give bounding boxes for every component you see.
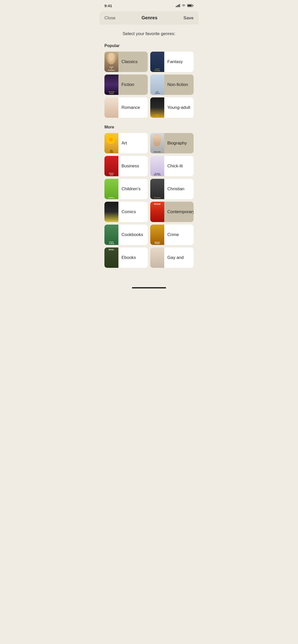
book-cover-chicklit: [150, 156, 164, 176]
genre-card-childrens[interactable]: Children's: [104, 179, 148, 199]
wifi-icon: [182, 4, 186, 7]
genre-card-fiction[interactable]: Fiction: [104, 75, 148, 95]
svg-rect-5: [193, 5, 194, 6]
main-content: Select your favorite genres: Popular Cla…: [99, 25, 199, 285]
save-button[interactable]: Save: [183, 16, 194, 21]
home-bar: [132, 287, 166, 288]
genre-label-christian: Christian: [164, 186, 194, 192]
genre-label-crime: Crime: [164, 232, 194, 237]
genre-card-youngadult[interactable]: Young-adult: [150, 97, 194, 118]
genre-card-nonfiction[interactable]: Non-fiction: [150, 75, 194, 95]
svg-rect-0: [176, 6, 177, 7]
genre-card-fantasy[interactable]: Fantasy: [150, 52, 194, 72]
genre-label-art: Art: [118, 141, 148, 146]
genre-card-biography[interactable]: Biography: [150, 133, 194, 153]
genre-label-classics: Classics: [118, 59, 148, 64]
status-bar: 9:41: [99, 0, 199, 11]
genre-card-art[interactable]: Art: [104, 133, 148, 153]
genre-card-cookbooks[interactable]: Cookbooks: [104, 225, 148, 245]
book-cover-contemporary: [150, 202, 164, 222]
book-cover-classics: [104, 52, 118, 72]
section-popular: Popular Classics Fantasy: [104, 43, 194, 118]
svg-rect-3: [179, 4, 180, 7]
book-cover-youngadult: [150, 97, 164, 118]
header: Close Genres Save: [99, 11, 199, 25]
status-icons: [176, 4, 194, 7]
book-cover-cookbooks: [104, 225, 118, 245]
section-label-popular: Popular: [104, 43, 194, 48]
genre-card-romance[interactable]: Romance: [104, 97, 148, 118]
book-cover-fantasy: [150, 52, 164, 72]
svg-rect-2: [178, 5, 179, 7]
genre-label-gayand: Gay and: [164, 255, 194, 260]
genre-card-classics[interactable]: Classics: [104, 52, 148, 72]
subtitle: Select your favorite genres:: [104, 31, 194, 36]
genre-label-biography: Biography: [164, 141, 194, 146]
book-cover-business: [104, 156, 118, 176]
genre-card-christian[interactable]: Christian: [150, 179, 194, 199]
genre-card-ebooks[interactable]: Ebooks: [104, 247, 148, 268]
book-cover-nonfiction: [150, 75, 164, 95]
genre-card-contemporary[interactable]: Contemporary: [150, 202, 194, 222]
book-cover-comics: [104, 202, 118, 222]
close-button[interactable]: Close: [104, 16, 115, 21]
genre-label-comics: Comics: [118, 209, 148, 214]
genres-grid-popular: Classics Fantasy Fiction: [104, 52, 194, 118]
book-cover-fiction: [104, 75, 118, 95]
section-label-more: More: [104, 125, 194, 129]
section-more: More Art Biography: [104, 125, 194, 268]
battery-icon: [187, 4, 194, 7]
book-cover-crime: [150, 225, 164, 245]
genre-label-youngadult: Young-adult: [164, 105, 194, 110]
genre-label-fiction: Fiction: [118, 82, 148, 87]
signal-icon: [176, 4, 180, 7]
book-cover-childrens: [104, 179, 118, 199]
genre-label-nonfiction: Non-fiction: [164, 82, 194, 87]
book-cover-biography: [150, 133, 164, 153]
genres-grid-more: Art Biography Business: [104, 133, 194, 268]
svg-rect-1: [177, 5, 178, 7]
svg-rect-6: [188, 5, 192, 7]
genre-card-gayand[interactable]: Gay and: [150, 247, 194, 268]
status-time: 9:41: [104, 4, 112, 8]
genre-label-fantasy: Fantasy: [164, 59, 194, 64]
genre-label-ebooks: Ebooks: [118, 255, 148, 260]
genre-card-comics[interactable]: Comics: [104, 202, 148, 222]
book-cover-gayand: [150, 247, 164, 268]
header-title: Genres: [142, 15, 157, 21]
genre-card-business[interactable]: Business: [104, 156, 148, 176]
book-cover-ebooks: [104, 247, 118, 268]
genre-card-crime[interactable]: Crime: [150, 225, 194, 245]
book-cover-christian: [150, 179, 164, 199]
genre-label-cookbooks: Cookbooks: [118, 232, 148, 237]
book-cover-art: [104, 133, 118, 153]
book-cover-romance: [104, 97, 118, 118]
genre-label-business: Business: [118, 164, 148, 169]
genre-label-childrens: Children's: [118, 186, 148, 192]
genre-label-chicklit: Chick-lit: [164, 164, 194, 169]
genre-label-romance: Romance: [118, 105, 148, 110]
genre-card-chicklit[interactable]: Chick-lit: [150, 156, 194, 176]
genre-label-contemporary: Contemporary: [164, 209, 194, 214]
